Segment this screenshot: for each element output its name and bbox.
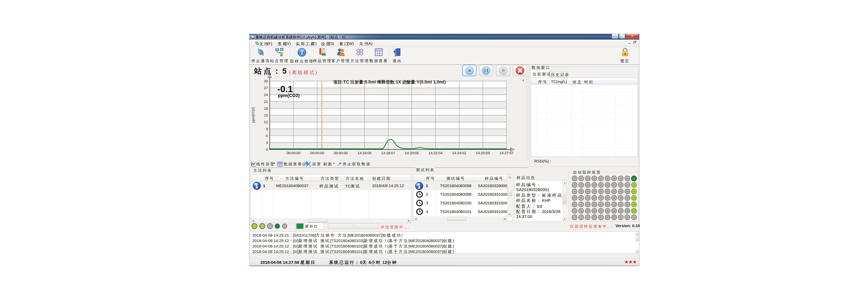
svg-text:F4: F4 [600,197,602,199]
svg-text:C6: C6 [620,210,622,212]
svg-text:A6: A6 [633,210,635,212]
svg-text:14:20:05: 14:20:05 [405,151,419,155]
svg-text:F3: F3 [600,191,602,193]
svg-text:I7: I7 [580,216,582,218]
svg-text:J7: J7 [574,216,576,218]
svg-text:G5: G5 [593,204,596,205]
svg-text:30: 30 [264,79,268,83]
svg-text:B7: B7 [626,216,629,218]
svg-text:D7: D7 [613,216,615,218]
svg-text:G6: G6 [593,210,595,212]
svg-text:12: 12 [264,120,268,124]
svg-text:ppm(CO2): ppm(CO2) [278,93,300,98]
svg-text:00:00:00: 00:00:00 [334,151,348,155]
svg-text:I5: I5 [580,204,582,205]
svg-text:00:00:00: 00:00:00 [310,151,324,155]
svg-text:E2: E2 [607,184,609,186]
svg-text:H1: H1 [587,178,589,179]
svg-text:D1: D1 [613,178,615,179]
svg-text:E6: E6 [607,210,609,212]
svg-text:0: 0 [266,147,268,151]
svg-text:H4: H4 [587,197,589,199]
svg-text:C4: C4 [620,197,622,199]
svg-text:C5: C5 [620,204,622,205]
svg-text:B2: B2 [626,184,628,186]
svg-text:D2: D2 [613,184,615,186]
svg-text:H6: H6 [587,210,589,212]
svg-text:D3: D3 [613,191,615,193]
svg-text:I3: I3 [580,191,582,193]
svg-text:14:27:57: 14:27:57 [500,151,514,155]
svg-text:D4: D4 [613,197,615,199]
svg-text:J2: J2 [574,184,576,186]
svg-text:9: 9 [266,127,268,131]
svg-text:D5: D5 [613,204,615,205]
svg-text:G7: G7 [593,216,596,218]
svg-text:C3: C3 [620,191,622,193]
svg-text:I4: I4 [580,197,582,199]
svg-text:A7: A7 [633,216,635,218]
svg-text:I6: I6 [580,210,582,212]
svg-text:A5: A5 [633,204,635,205]
svg-text:B6: B6 [626,210,628,212]
svg-text:C2: C2 [620,184,622,186]
svg-text:21: 21 [264,100,268,104]
svg-text:C7: C7 [620,216,622,218]
svg-text:J5: J5 [574,204,576,205]
svg-text:27: 27 [264,86,268,90]
svg-text:F2: F2 [600,184,602,186]
svg-text:G4: G4 [593,197,595,199]
svg-text:E1: E1 [607,178,609,179]
svg-text:14:16:09: 14:16:09 [358,151,371,155]
svg-text:14:18:07: 14:18:07 [381,151,395,155]
svg-text:i: i [301,49,303,56]
svg-text:D6: D6 [613,210,615,212]
svg-text:ppm(CO2): ppm(CO2) [251,107,255,123]
svg-text:18: 18 [264,107,268,110]
svg-text:F1: F1 [600,178,602,179]
svg-text:项目:TC 注射量:5.0ml 稀释倍数:1X 进酸量:Y(: 项目:TC 注射量:5.0ml 稀释倍数:1X 进酸量:Y(0.0ml 1.0m… [333,79,446,85]
svg-text:G2: G2 [593,184,595,186]
svg-text:14:24:02: 14:24:02 [452,151,466,155]
svg-text:24: 24 [264,93,268,97]
svg-text:H7: H7 [587,216,589,218]
svg-text:J4: J4 [574,197,576,199]
svg-text:14:25:59: 14:25:59 [476,151,490,155]
svg-text:A3: A3 [633,191,635,193]
svg-text:I1: I1 [580,178,582,179]
svg-text:B3: B3 [626,191,628,193]
svg-text:B4: B4 [626,197,628,199]
svg-text:B1: B1 [626,178,628,179]
svg-text:A1: A1 [633,178,635,179]
svg-text:I2: I2 [580,184,582,186]
svg-text:15: 15 [264,113,268,117]
svg-text:E7: E7 [607,216,609,218]
svg-text:00:00:00: 00:00:00 [286,151,301,155]
svg-text:B5: B5 [626,204,629,205]
svg-text:14:22:04: 14:22:04 [429,151,442,155]
svg-text:E4: E4 [607,197,609,199]
svg-text:J3: J3 [574,191,576,193]
svg-text:C1: C1 [620,178,622,179]
svg-text:A2: A2 [633,184,635,186]
svg-text:J1: J1 [574,178,576,179]
svg-text:G1: G1 [593,178,595,179]
svg-text:J6: J6 [574,210,576,212]
svg-text:6: 6 [266,134,268,138]
svg-text:H2: H2 [587,184,589,186]
svg-text:F5: F5 [600,204,602,205]
svg-text:H5: H5 [587,204,589,205]
svg-text:F6: F6 [600,210,602,212]
svg-text:G3: G3 [593,191,595,193]
svg-text:F7: F7 [600,216,602,218]
svg-text:E5: E5 [607,204,609,205]
svg-text:3: 3 [266,141,268,145]
svg-text:-0.1: -0.1 [277,84,293,94]
svg-text:A4: A4 [633,197,635,199]
svg-text:E3: E3 [607,191,609,193]
svg-text:H3: H3 [587,191,589,193]
